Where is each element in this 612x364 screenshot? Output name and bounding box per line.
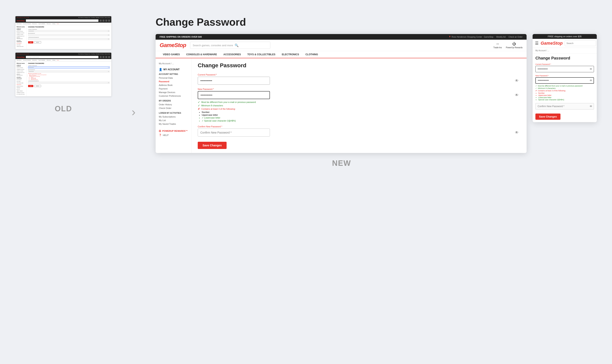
old-eye-current-1[interactable]: 👁: [108, 30, 109, 32]
old-nav-icons-1: [100, 20, 110, 22]
gs-link-address-book[interactable]: Address Book: [159, 83, 188, 87]
gs-account-body: My Account / ... 👤 MY ACCOUNT ACCOUNT SE…: [156, 58, 527, 153]
old-field-new-2: NEW PASSWORD* •••••••• 👁: [28, 69, 110, 72]
gs-link-payment[interactable]: Payment: [159, 87, 188, 91]
gs-link-check-order[interactable]: Check Order: [159, 106, 188, 110]
old-search-1[interactable]: Search games, consoles and more: [26, 19, 98, 22]
gs-search-icon[interactable]: 🔍: [235, 43, 239, 47]
rp-input-confirm[interactable]: [535, 103, 594, 110]
gs-free-shipping: FREE SHIPPING ON ORDERS OVER $40: [160, 36, 202, 38]
gs-label-new: New Password *: [198, 88, 521, 90]
rp-eye-confirm[interactable]: 👁: [590, 105, 592, 108]
gs-link-subscriptions[interactable]: My Subscriptions: [159, 115, 188, 118]
old-input-current-1[interactable]: •••••••• 👁: [28, 30, 110, 32]
old-eye-current-2[interactable]: 👁: [108, 67, 109, 68]
gs-cat-accessories[interactable]: ACCESSORIES: [220, 51, 244, 58]
old-label-confirm-2: CONFIRM NEW PASSWORD*: [28, 80, 110, 81]
rp-save-button[interactable]: Save Changes: [535, 114, 560, 120]
old-eye-confirm-2[interactable]: 👁: [108, 82, 109, 83]
old-save-btn-1[interactable]: SAVE: [28, 41, 33, 43]
new-section-title: Change Password: [156, 16, 246, 28]
gs-req-contains: ✗ Contains at least 3 of the following:: [198, 107, 521, 110]
gs-eye-new[interactable]: 👁: [515, 93, 519, 97]
old-icon-1: [100, 20, 102, 22]
old-eye-new-1[interactable]: 👁: [108, 34, 109, 36]
rp-hamburger-icon[interactable]: ☰: [535, 41, 539, 46]
old-icon-2: [102, 20, 104, 22]
old-logo-2: GameStop: [17, 56, 25, 58]
gs-eye-current[interactable]: 👁: [515, 79, 519, 83]
rp-label-current: Current Password *: [535, 63, 594, 65]
gs-cat-consoles[interactable]: CONSOLES & HARDWARE: [183, 51, 220, 58]
gs-sidebar-help[interactable]: ❓ HELP: [159, 134, 188, 136]
gs-sidebar-powerup[interactable]: ⏻ POWERUP REWARDS™: [159, 130, 188, 132]
gs-link-saved-trades[interactable]: My Saved Trades: [159, 122, 188, 126]
gs-link-customer-pref[interactable]: Customer Preferences: [159, 94, 188, 98]
gs-search-box[interactable]: Search games, consoles and more 🔍: [190, 42, 270, 49]
old-save-btn-2[interactable]: SAVE: [28, 85, 33, 87]
old-sidebar-link-2: REWARDS CENTER: [17, 32, 25, 34]
gs-powerup-nav[interactable]: ⏻ PowerUp Rewards: [506, 42, 523, 49]
new-section: Change Password FREE SHIPPING ON ORDERS …: [156, 16, 597, 168]
old-sidebar-link-22: REWARDS CENTER: [17, 92, 25, 93]
old-cancel-btn-2[interactable]: CANCEL: [34, 85, 41, 87]
gs-nav-actions: ↔ Trade-Ins ⏻ PowerUp Rewards: [493, 42, 523, 49]
gs-req-minimum-icon: ✓: [198, 104, 200, 107]
gs-label-current: Current Password *: [198, 74, 521, 76]
rp-eye-new[interactable]: 👁: [590, 79, 592, 82]
gs-logo[interactable]: GameStop: [160, 42, 186, 49]
rp-input-new[interactable]: [535, 77, 594, 84]
rp-req-contains-icon: ✗: [535, 90, 537, 92]
rp-input-current[interactable]: [535, 66, 594, 72]
rp-req-contains: ✗ Contains at least 3 of the following:: [535, 90, 594, 92]
rp-search-input[interactable]: [565, 40, 596, 46]
rp-eye-current[interactable]: 👁: [590, 67, 592, 71]
old-eye-confirm-1[interactable]: 👁: [108, 39, 109, 40]
old-input-confirm-1[interactable]: 👁: [28, 38, 110, 40]
old-sidebar-link-10: REWARDS CENTER: [17, 69, 25, 70]
gs-input-wrap-current: 👁: [198, 77, 521, 85]
old-input-new-1[interactable]: 👁: [28, 34, 110, 36]
gs-label-confirm-required: *: [221, 125, 222, 128]
gs-weekly-ad[interactable]: Weekly Ad: [496, 36, 505, 38]
gs-link-password[interactable]: Password: [159, 80, 188, 83]
gs-cat-video-games[interactable]: VIDEO GAMES: [160, 51, 183, 58]
old-sidebar-link-11: DIGITAL LOCKER: [17, 70, 25, 72]
gs-link-personal-data[interactable]: Personal Data: [159, 76, 188, 80]
gs-check-order[interactable]: Check an Order: [508, 36, 523, 38]
old-input-new-2[interactable]: •••••••• 👁: [28, 70, 110, 72]
gs-save-button[interactable]: Save Changes: [198, 142, 227, 149]
old-search-2[interactable]: Search games, consoles and more: [26, 56, 98, 58]
rp-label-current-required: *: [550, 63, 551, 65]
gs-cat-clothing[interactable]: CLOTHING: [302, 51, 321, 58]
old-input-confirm-2[interactable]: 👁: [28, 82, 110, 84]
gs-sidebar: My Account / ... 👤 MY ACCOUNT ACCOUNT SE…: [156, 58, 192, 153]
rp-req-different: ✓ Must be different from your e-mail or …: [535, 85, 594, 87]
rp-label-new-text: New Password: [535, 75, 547, 77]
old-cat-1: Video Games: [17, 23, 21, 24]
old-sidebar-link-21: SAVED TRADES: [17, 90, 25, 92]
old-sidebar-link-16: PERSONAL DATA: [17, 82, 25, 84]
gs-link-my-list[interactable]: My List: [159, 118, 188, 122]
old-sidebar-section-2: ACCOUNT DASHBOARD: [17, 40, 25, 42]
old-eye-new-2[interactable]: 👁: [108, 71, 109, 72]
gs-input-confirm[interactable]: [198, 129, 270, 137]
old-welcome-2: Welcome Lauren,: [17, 63, 25, 64]
gs-link-order-history[interactable]: Order History: [159, 103, 188, 106]
old-logo-1: GameStop: [17, 20, 25, 22]
gs-trade-ins[interactable]: ↔ Trade-Ins: [493, 42, 502, 49]
rp-input-wrap-current: 👁: [535, 66, 594, 72]
gs-input-new[interactable]: [198, 91, 270, 99]
old-sidebar-link-17: PASSWORD: [17, 84, 25, 85]
gs-eye-confirm[interactable]: 👁: [515, 130, 519, 135]
old-main-2: CHANGE PASSWORD CURRENT PASSWORD* ••••••…: [27, 62, 111, 96]
gs-sub-req-special: ✓ Special case character (!@#$%): [202, 119, 521, 122]
gs-req-contains-text: Contains at least 3 of the following:: [201, 108, 236, 110]
old-input-current-2[interactable]: •••••••• 👁: [28, 66, 110, 68]
gs-link-manage-devices[interactable]: Manage Devices: [159, 91, 188, 94]
gs-cat-electronics[interactable]: ELECTRONICS: [278, 51, 302, 58]
gs-cat-toys[interactable]: TOYS & COLLECTIBLES: [244, 51, 278, 58]
gs-input-current[interactable]: [198, 77, 270, 85]
old-cancel-btn-1[interactable]: CANCEL: [34, 41, 41, 43]
rp-logo[interactable]: GameStop: [541, 41, 563, 46]
